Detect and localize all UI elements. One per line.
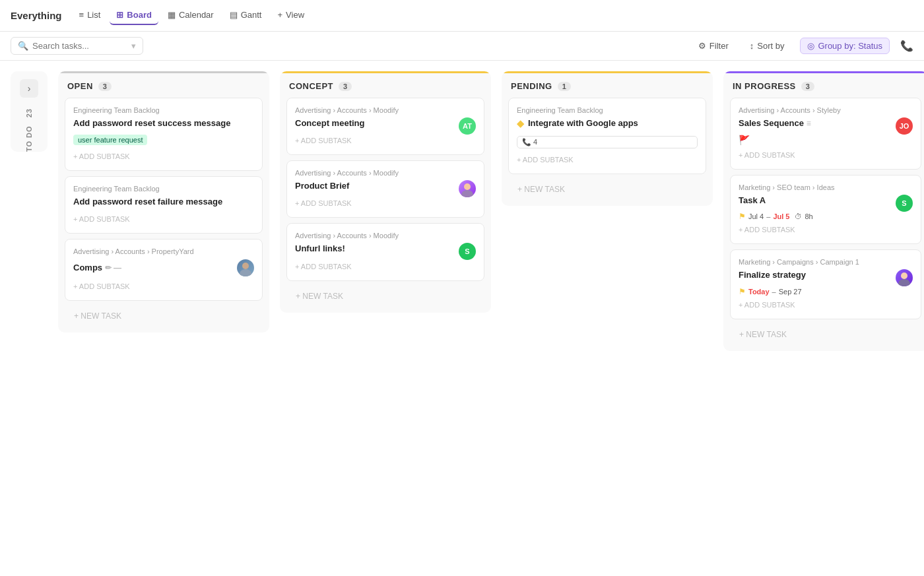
column-title-concept: CONCEPT: [289, 81, 333, 91]
tab-board[interactable]: ⊞ Board: [110, 6, 158, 25]
avatar: [896, 269, 913, 286]
card-tag: user feature request: [73, 135, 147, 145]
column-count-inprogress: 3: [801, 82, 814, 91]
tab-view-label: View: [286, 10, 304, 20]
add-subtask-button[interactable]: + ADD SUBTASK: [73, 280, 254, 292]
card-title: Product Brief: [295, 180, 349, 192]
svg-point-3: [461, 190, 473, 197]
card-unfurl-links[interactable]: Advertising › Accounts › Moodify Unfurl …: [286, 223, 484, 280]
card-sales-sequence[interactable]: Advertising › Accounts › Styleby Sales S…: [730, 98, 921, 170]
card-breadcrumb: Advertising › Accounts › Styleby: [739, 106, 913, 114]
column-inprogress: IN PROGRESS 3 Advertising › Accounts › S…: [723, 71, 924, 351]
sort-label: Sort by: [757, 41, 784, 51]
column-body-pending: Engineering Team Backlog ◆ Integrate wit…: [502, 98, 713, 206]
card-title: Sales Sequence ≡: [739, 117, 811, 129]
add-subtask-button[interactable]: + ADD SUBTASK: [295, 261, 476, 272]
sort-icon: ↕: [750, 41, 754, 51]
new-task-button[interactable]: + NEW TASK: [286, 286, 484, 306]
filter-label: Filter: [710, 41, 729, 51]
search-icon: 🔍: [18, 41, 28, 51]
column-header-open: OPEN 3: [58, 71, 269, 98]
card-breadcrumb: Advertising › Accounts › Moodify: [295, 232, 476, 240]
card-breadcrumb: Marketing › Campaigns › Campaign 1: [739, 258, 913, 266]
avatar: S: [459, 243, 476, 260]
card-breadcrumb: Advertising › Accounts › Moodify: [295, 169, 476, 177]
column-body-inprogress: Advertising › Accounts › Styleby Sales S…: [723, 98, 924, 351]
flag-icon: 🚩: [739, 135, 750, 145]
card-title: Add password reset success message: [73, 117, 254, 129]
gantt-icon: ▤: [230, 10, 238, 20]
card-add-password-reset-success[interactable]: Engineering Team Backlog Add password re…: [65, 98, 263, 171]
card-title: Finalize strategy: [739, 269, 806, 281]
card-concept-meeting[interactable]: Advertising › Accounts › Moodify Concept…: [286, 98, 484, 155]
card-finalize-strategy[interactable]: Marketing › Campaigns › Campaign 1 Final…: [730, 249, 921, 319]
add-subtask-button[interactable]: + ADD SUBTASK: [295, 197, 476, 209]
clock-icon: ⏱: [795, 212, 802, 220]
date-badge: ⚑ Jul 4 – Jul 5 ⏱ 8h: [739, 212, 913, 221]
phone-badge: 📞 4: [517, 136, 698, 148]
column-pending: PENDING 1 Engineering Team Backlog ◆ Int…: [502, 71, 713, 206]
avatar: [237, 259, 254, 276]
calendar-icon: ▦: [168, 10, 176, 20]
list-icon: ≡: [79, 10, 84, 20]
add-subtask-button[interactable]: + ADD SUBTASK: [739, 224, 913, 236]
tab-list[interactable]: ≡ List: [73, 6, 108, 25]
svg-point-4: [901, 272, 908, 279]
tab-view[interactable]: + View: [271, 6, 311, 25]
add-subtask-button[interactable]: + ADD SUBTASK: [73, 213, 254, 225]
search-input[interactable]: [32, 41, 125, 51]
card-breadcrumb: Engineering Team Backlog: [73, 185, 254, 193]
card-add-password-reset-failure[interactable]: Engineering Team Backlog Add password re…: [65, 176, 263, 234]
filter-button[interactable]: ⚙ Filter: [693, 38, 734, 53]
column-title-pending: PENDING: [511, 81, 552, 91]
group-by-button[interactable]: ◎ Group by: Status: [800, 38, 890, 54]
column-title-inprogress: IN PROGRESS: [733, 81, 796, 91]
new-task-button[interactable]: + NEW TASK: [508, 179, 706, 199]
flag-row: 🚩: [739, 135, 913, 145]
card-breadcrumb: Marketing › SEO team › Ideas: [739, 183, 913, 191]
phone-badge-row: 📞 4: [517, 136, 698, 148]
add-subtask-button[interactable]: + ADD SUBTASK: [73, 150, 254, 162]
avatar: [459, 180, 476, 197]
chevron-down-icon: ▾: [131, 41, 136, 51]
column-concept: CONCEPT 3 Advertising › Accounts › Moodi…: [280, 71, 491, 313]
collapsed-label: TO DO 23: [25, 108, 33, 152]
card-breadcrumb: Advertising › Accounts › Moodify: [295, 106, 476, 114]
new-task-button[interactable]: + NEW TASK: [730, 325, 921, 344]
column-count-open: 3: [98, 82, 112, 91]
date-badge: ⚑ Today – Sep 27: [739, 287, 913, 296]
card-breadcrumb: Engineering Team Backlog: [517, 106, 698, 114]
card-title: Concept meeting: [295, 117, 364, 129]
expand-button[interactable]: ›: [20, 79, 38, 98]
group-icon: ◎: [807, 41, 814, 51]
column-header-concept: CONCEPT 3: [280, 71, 491, 98]
add-subtask-button[interactable]: + ADD SUBTASK: [739, 299, 913, 311]
filter-icon: ⚙: [698, 41, 706, 51]
board-icon: ⊞: [116, 10, 123, 20]
flag-icon: ⚑: [739, 212, 746, 221]
sort-button[interactable]: ↕ Sort by: [744, 38, 790, 53]
card-title: Add password reset failure message: [73, 196, 254, 208]
board: › TO DO 23 OPEN 3 Engineering Team Backl…: [0, 61, 924, 573]
tab-gantt[interactable]: ▤ Gantt: [223, 6, 269, 25]
settings-icon[interactable]: 📞: [900, 40, 913, 52]
new-task-button[interactable]: + NEW TASK: [65, 306, 263, 326]
avatar: S: [896, 195, 913, 212]
card-task-a[interactable]: Marketing › SEO team › Ideas Task A S ⚑ …: [730, 175, 921, 244]
date-dash: –: [766, 212, 770, 220]
card-title: ◆ Integrate with Google apps: [517, 117, 698, 131]
card-comps[interactable]: Advertising › Accounts › PropertyYard Co…: [65, 239, 263, 301]
date-end: Jul 5: [773, 212, 789, 220]
add-subtask-button[interactable]: + ADD SUBTASK: [739, 149, 913, 161]
card-breadcrumb: Engineering Team Backlog: [73, 106, 254, 114]
tab-gantt-label: Gantt: [241, 10, 262, 20]
search-box[interactable]: 🔍 ▾: [11, 37, 143, 55]
card-header-row: Comps ✏ —: [73, 259, 254, 276]
add-subtask-button[interactable]: + ADD SUBTASK: [295, 135, 476, 146]
card-product-brief[interactable]: Advertising › Accounts › Moodify Product…: [286, 160, 484, 218]
add-subtask-button[interactable]: + ADD SUBTASK: [517, 154, 698, 166]
toolbar-right: ⚙ Filter ↕ Sort by ◎ Group by: Status 📞: [693, 38, 913, 54]
top-nav: Everything ≡ List ⊞ Board ▦ Calendar ▤ G…: [0, 0, 924, 32]
card-integrate-google[interactable]: Engineering Team Backlog ◆ Integrate wit…: [508, 98, 706, 174]
tab-calendar[interactable]: ▦ Calendar: [161, 6, 220, 25]
